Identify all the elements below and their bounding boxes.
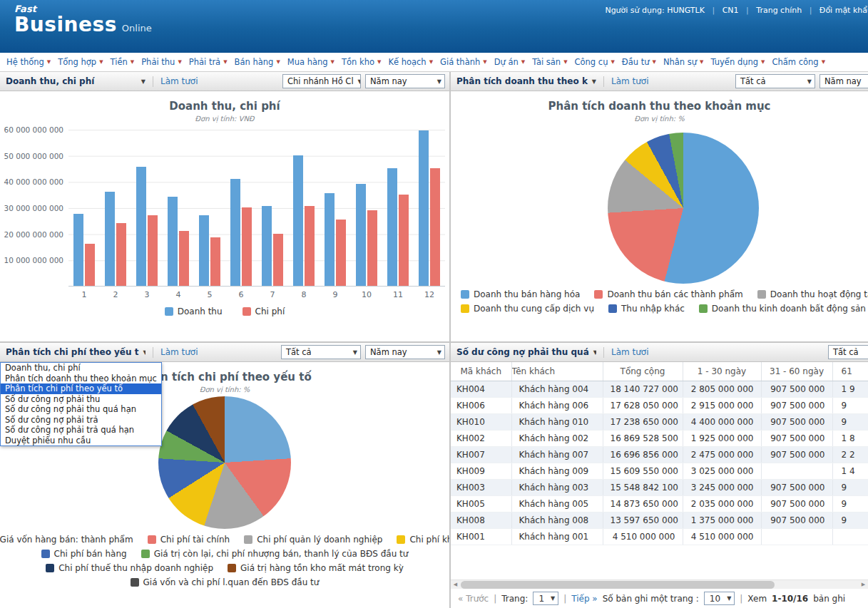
bar-doanh-thu-11[interactable]: [387, 168, 397, 286]
menu-item-phải-thu[interactable]: Phải thu▼: [138, 57, 185, 67]
refresh-link[interactable]: Làm tươi: [611, 347, 649, 357]
menu-item-giá-thành[interactable]: Giá thành▼: [436, 57, 491, 67]
table-row[interactable]: KH004Khách hàng 00418 140 727 0002 805 0…: [451, 381, 868, 397]
period-filter-select[interactable]: Năm nay ▼: [365, 345, 445, 359]
menu-item-công-cụ[interactable]: Công cụ▼: [571, 57, 618, 67]
bar-doanh-thu-1[interactable]: [73, 214, 83, 286]
scrollbar-thumb[interactable]: [461, 581, 775, 589]
bar-doanh-thu-9[interactable]: [325, 193, 335, 286]
refresh-link[interactable]: Làm tươi: [160, 347, 198, 357]
cost-structure-pie[interactable]: [158, 396, 291, 529]
legend-item[interactable]: Giá trị còn lại, chi phí nhượng bán, tha…: [141, 549, 409, 559]
legend-item[interactable]: Chi phí tài chính: [148, 535, 230, 545]
legend-item[interactable]: Chi phí thuế thu nhập doanh nghiệp: [46, 563, 213, 573]
legend-item[interactable]: Chi phí bán hàng: [41, 549, 127, 559]
bar-doanh-thu-7[interactable]: [262, 206, 272, 286]
legend-item[interactable]: Doanh thu bán các thành phẩm: [594, 289, 742, 299]
table-row[interactable]: KH002Khách hàng 00216 869 528 5001 925 0…: [451, 430, 868, 446]
menu-item-nhân-sự[interactable]: Nhân sự▼: [660, 57, 708, 67]
menu-item-tài-sản[interactable]: Tài sản▼: [529, 57, 571, 67]
revenue-structure-pie[interactable]: [608, 133, 759, 284]
menu-item-bán-hàng[interactable]: Bán hàng▼: [231, 57, 284, 67]
table-row[interactable]: KH009Khách hàng 00915 609 550 0003 025 0…: [451, 463, 868, 479]
legend-item[interactable]: Giá vốn và chi phí l.quan đến BĐS đầu tư: [131, 577, 320, 587]
period-filter-select[interactable]: Năm nay ▼: [820, 74, 868, 88]
widget-selector[interactable]: Phân tích doanh thu theo k ▼: [456, 76, 596, 86]
bar-doanh-thu-4[interactable]: [168, 197, 178, 286]
legend-item[interactable]: Giá vốn hàng bán: thành phẩm: [0, 535, 133, 545]
dropdown-item-3[interactable]: Số dư công nợ phải thu: [1, 394, 161, 405]
menu-item-tuyển-dụng[interactable]: Tuyển dụng▼: [707, 57, 768, 67]
bar-doanh-thu-12[interactable]: [419, 130, 429, 286]
table-row[interactable]: KH007Khách hàng 00716 696 856 0002 475 0…: [451, 446, 868, 463]
scope-filter-select[interactable]: Tất cả ▼: [281, 345, 361, 359]
legend-item[interactable]: Doanh thu: [165, 306, 223, 316]
table-row[interactable]: KH003Khách hàng 00315 548 842 1003 245 0…: [451, 479, 868, 495]
bar-doanh-thu-6[interactable]: [230, 179, 240, 286]
legend-item[interactable]: Giá trị hàng tồn kho mất mát trong kỳ: [228, 563, 404, 573]
legend-item[interactable]: Doanh thu kinh doanh bất động sản đầu tư: [699, 304, 868, 314]
page-select[interactable]: 1 ▼: [533, 592, 558, 605]
dropdown-item-4[interactable]: Số dư công nợ phải thu quá hạn: [1, 404, 161, 415]
legend-item[interactable]: Thu nhập khác: [608, 304, 685, 314]
change-password-link[interactable]: Đổi mật khẩu: [820, 6, 868, 15]
scope-filter-select[interactable]: Tất cả ▼: [828, 345, 868, 359]
scroll-right-arrow-icon[interactable]: ▶: [859, 580, 868, 589]
bar-doanh-thu-5[interactable]: [199, 215, 209, 286]
dropdown-item-7[interactable]: Duyệt phiếu nhu cầu: [1, 436, 161, 446]
menu-item-tồn-kho[interactable]: Tồn kho▼: [338, 57, 384, 67]
bar-chi-phi-7[interactable]: [273, 234, 283, 286]
bar-chi-phi-11[interactable]: [399, 195, 409, 286]
refresh-link[interactable]: Làm tươi: [160, 76, 198, 86]
dropdown-item-5[interactable]: Số dư công nợ phải trả: [1, 415, 161, 426]
horizontal-scrollbar[interactable]: ◀ ▶: [451, 579, 868, 589]
bar-doanh-thu-2[interactable]: [105, 192, 115, 286]
widget-selector[interactable]: Phân tích chi phí theo yếu t ▼: [6, 347, 145, 357]
table-row[interactable]: KH008Khách hàng 00813 597 650 0001 375 0…: [451, 512, 868, 528]
bar-chi-phi-12[interactable]: [430, 168, 440, 286]
table-row[interactable]: KH005Khách hàng 00514 873 650 0002 035 0…: [451, 495, 868, 512]
widget-selector[interactable]: Doanh thu, chi phí ▼: [6, 76, 145, 86]
dropdown-item-2[interactable]: Phân tích chi phí theo yếu tố: [1, 383, 161, 394]
legend-item[interactable]: Chi phí quản lý doanh nghiệp: [244, 535, 382, 545]
menu-item-kế-hoạch[interactable]: Kế hoạch▼: [384, 57, 436, 67]
legend-item[interactable]: Chi phí: [242, 306, 285, 316]
menu-item-chấm-công[interactable]: Chấm công▼: [768, 57, 829, 67]
branch-filter-select[interactable]: Chi nhánh Hồ Cl ▼: [282, 74, 361, 88]
refresh-link[interactable]: Làm tươi: [611, 76, 649, 86]
bar-chi-phi-9[interactable]: [336, 220, 346, 287]
home-link[interactable]: Trang chính: [756, 6, 802, 15]
table-row[interactable]: KH006Khách hàng 00617 628 050 0002 915 0…: [451, 397, 868, 413]
per-page-select[interactable]: 10 ▼: [704, 592, 735, 605]
table-row[interactable]: KH010Khách hàng 01017 238 650 0004 400 0…: [451, 413, 868, 430]
menu-item-mua-hàng[interactable]: Mua hàng▼: [284, 57, 338, 67]
bar-doanh-thu-3[interactable]: [136, 167, 146, 286]
dropdown-item-1[interactable]: Phân tích doanh thu theo khoản mục: [1, 373, 161, 384]
bar-chi-phi-5[interactable]: [210, 237, 220, 286]
bar-chi-phi-4[interactable]: [179, 231, 189, 286]
bar-chi-phi-8[interactable]: [305, 206, 315, 286]
menu-item-tiền[interactable]: Tiền▼: [107, 57, 138, 67]
bar-doanh-thu-8[interactable]: [293, 155, 303, 286]
legend-item[interactable]: Doanh thu cung cấp dịch vụ: [461, 304, 594, 314]
dropdown-item-6[interactable]: Số dư công nợ phải trả quá hạn: [1, 425, 161, 436]
menu-item-đầu-tư[interactable]: Đầu tư▼: [618, 57, 660, 67]
legend-item[interactable]: Chi phí khác: [397, 535, 449, 545]
table-row[interactable]: KH001Khách hàng 0014 510 000 0004 510 00…: [451, 528, 868, 545]
prev-page-button[interactable]: « Trước: [458, 594, 489, 604]
dropdown-item-0[interactable]: Doanh thu, chi phí: [1, 363, 161, 373]
scroll-left-arrow-icon[interactable]: ◀: [451, 580, 460, 589]
scope-filter-select[interactable]: Tất cả ▼: [735, 74, 815, 88]
bar-doanh-thu-10[interactable]: [356, 184, 366, 286]
branch-link[interactable]: CN1: [723, 6, 739, 15]
bar-chi-phi-1[interactable]: [85, 244, 95, 286]
menu-item-hệ-thống[interactable]: Hệ thống▼: [3, 57, 54, 67]
legend-item[interactable]: Doanh thu hoạt động tài chính: [757, 289, 868, 299]
menu-item-phải-trả[interactable]: Phải trả▼: [185, 57, 231, 67]
menu-item-tổng-hợp[interactable]: Tổng hợp▼: [54, 57, 106, 67]
next-page-button[interactable]: Tiếp »: [571, 594, 597, 604]
bar-chi-phi-2[interactable]: [116, 223, 126, 286]
legend-item[interactable]: Doanh thu bán hàng hóa: [461, 289, 580, 299]
widget-selector[interactable]: Số dư công nợ phải thu quá ▼: [456, 347, 596, 357]
bar-chi-phi-3[interactable]: [148, 215, 158, 286]
